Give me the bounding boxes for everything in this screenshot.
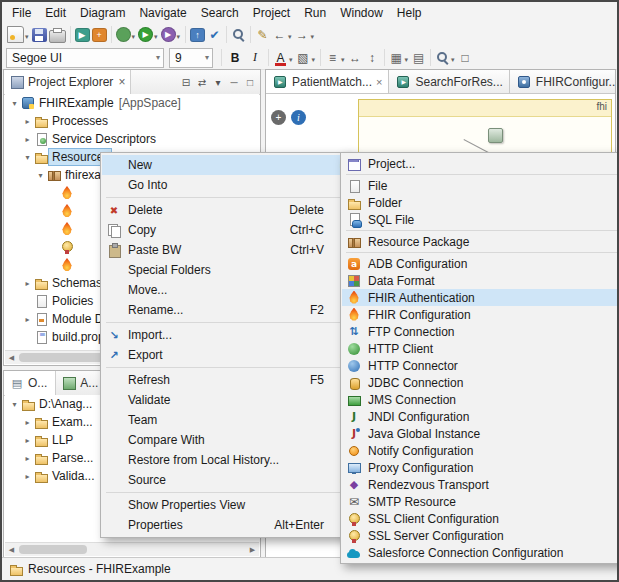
menu-item-jdbc-connection[interactable]: JDBC Connection bbox=[342, 374, 619, 391]
menu-run[interactable]: Run bbox=[297, 4, 333, 22]
menu-item-resource-package[interactable]: Resource Package bbox=[342, 233, 619, 250]
horizontal-scrollbar[interactable]: ◀ ▶ bbox=[5, 542, 259, 556]
menu-help[interactable]: Help bbox=[390, 4, 429, 22]
tree-item-service-descriptors[interactable]: ▸Service Descriptors bbox=[5, 130, 259, 148]
collapse-all-icon[interactable]: ⊟ bbox=[179, 77, 193, 88]
forward-icon[interactable]: → bbox=[295, 27, 310, 43]
menu-item-rename[interactable]: Rename...F2 bbox=[102, 300, 349, 320]
menu-project[interactable]: Project bbox=[246, 4, 297, 22]
menu-item-ssl-client-configuration[interactable]: SSL Client Configuration bbox=[342, 510, 619, 527]
menu-item-folder[interactable]: Folder bbox=[342, 194, 619, 211]
collapse-toggle-icon[interactable]: ▾ bbox=[9, 99, 20, 108]
menu-item-team[interactable]: Team▸ bbox=[102, 410, 349, 430]
expand-toggle-icon[interactable]: ▸ bbox=[22, 454, 33, 463]
expand-toggle-icon[interactable]: ▸ bbox=[22, 436, 33, 445]
menu-item-jms-connection[interactable]: JMS Connection bbox=[342, 391, 619, 408]
menu-item-special-folders[interactable]: Special Folders▸ bbox=[102, 260, 349, 280]
menu-item-sql-file[interactable]: SQL File bbox=[342, 211, 619, 228]
run-icon[interactable]: ▶ bbox=[138, 27, 153, 42]
scrollbar-track[interactable] bbox=[18, 543, 246, 556]
grid-dropdown-icon[interactable]: ▾ bbox=[405, 56, 409, 64]
italic-button[interactable]: I bbox=[246, 49, 264, 67]
profile-icon[interactable]: ▶ bbox=[161, 27, 176, 42]
menu-item-ftp-connection[interactable]: FTP Connection bbox=[342, 323, 619, 340]
zoom-dropdown-icon[interactable]: ▾ bbox=[451, 56, 455, 64]
menu-item-copy[interactable]: CopyCtrl+C bbox=[102, 220, 349, 240]
scroll-right-icon[interactable]: ▶ bbox=[246, 546, 259, 554]
save-icon[interactable] bbox=[32, 28, 47, 42]
menu-item-restore-from-local-history[interactable]: Restore from Local History... bbox=[102, 450, 349, 470]
diagram-node[interactable] bbox=[488, 128, 503, 143]
menu-item-http-client[interactable]: HTTP Client bbox=[342, 340, 619, 357]
link-with-editor-icon[interactable]: ⇄ bbox=[195, 77, 209, 88]
tab-project-explorer[interactable]: Project Explorer × bbox=[4, 70, 131, 94]
view-menu-icon[interactable]: ▾ bbox=[211, 77, 225, 88]
menu-item-delete[interactable]: DeleteDelete bbox=[102, 200, 349, 220]
new-wizard-dropdown-icon[interactable]: ▾ bbox=[25, 33, 29, 41]
zoom-tool-icon[interactable]: + bbox=[271, 110, 286, 125]
menu-edit[interactable]: Edit bbox=[38, 4, 73, 22]
menu-search[interactable]: Search bbox=[194, 4, 246, 22]
menu-item-paste-bw[interactable]: Paste BWCtrl+V bbox=[102, 240, 349, 260]
menu-item-file[interactable]: File bbox=[342, 177, 619, 194]
fill-color-dropdown-icon[interactable]: ▾ bbox=[312, 56, 316, 64]
font-color-dropdown-icon[interactable]: ▾ bbox=[289, 56, 293, 64]
distribute-h-icon[interactable]: ↔ bbox=[348, 50, 363, 66]
menu-item-new[interactable]: New▸ bbox=[102, 155, 349, 175]
menu-file[interactable]: File bbox=[5, 4, 38, 22]
menu-item-notify-configuration[interactable]: Notify Configuration bbox=[342, 442, 619, 459]
menu-item-ssl-server-configuration[interactable]: SSL Server Configuration bbox=[342, 527, 619, 544]
menu-item-proxy-configuration[interactable]: Proxy Configuration bbox=[342, 459, 619, 476]
font-size-select[interactable]: 9 ▾ bbox=[169, 48, 213, 68]
new-wizard-icon[interactable] bbox=[7, 26, 24, 43]
scroll-left-icon[interactable]: ◀ bbox=[5, 354, 18, 362]
menu-item-rendezvous-transport[interactable]: Rendezvous Transport bbox=[342, 476, 619, 493]
font-color-icon[interactable]: A bbox=[273, 50, 288, 66]
menu-item-smtp-resource[interactable]: SMTP Resource bbox=[342, 493, 619, 510]
expand-toggle-icon[interactable]: ▸ bbox=[22, 279, 33, 288]
menu-item-go-into[interactable]: Go Into bbox=[102, 175, 349, 195]
editor-tab-fhirconfigur[interactable]: FHIRConfigur... bbox=[510, 70, 615, 93]
back-dropdown-icon[interactable]: ▾ bbox=[288, 33, 292, 41]
menu-item-fhir-authentication[interactable]: FHIR Authentication bbox=[342, 289, 619, 306]
menu-diagram[interactable]: Diagram bbox=[73, 4, 132, 22]
menu-item-show-properties-view[interactable]: Show Properties View bbox=[102, 495, 349, 515]
menu-item-validate[interactable]: Validate bbox=[102, 390, 349, 410]
menu-item-refresh[interactable]: RefreshF5 bbox=[102, 370, 349, 390]
bold-button[interactable]: B bbox=[226, 49, 244, 67]
info-icon[interactable]: i bbox=[291, 110, 306, 125]
menu-item-export[interactable]: Export▸ bbox=[102, 345, 349, 365]
last-edit-icon[interactable]: ✎ bbox=[255, 27, 270, 43]
debug-icon[interactable] bbox=[116, 27, 131, 42]
menu-item-adb-configuration[interactable]: ADB Configuration bbox=[342, 255, 619, 272]
expand-toggle-icon[interactable]: ▸ bbox=[22, 117, 33, 126]
collapse-toggle-icon[interactable]: ▾ bbox=[35, 171, 46, 180]
scrollbar-thumb[interactable] bbox=[19, 353, 110, 362]
expand-toggle-icon[interactable]: ▸ bbox=[22, 472, 33, 481]
minimize-icon[interactable]: ─ bbox=[227, 77, 241, 88]
menu-item-properties[interactable]: PropertiesAlt+Enter bbox=[102, 515, 349, 535]
tree-item-processes[interactable]: ▸Processes bbox=[5, 112, 259, 130]
expand-toggle-icon[interactable]: ▸ bbox=[22, 418, 33, 427]
menu-item-project[interactable]: Project... bbox=[342, 155, 619, 172]
run-dropdown-icon[interactable]: ▾ bbox=[154, 33, 158, 41]
forward-dropdown-icon[interactable]: ▾ bbox=[311, 33, 315, 41]
profile-dropdown-icon[interactable]: ▾ bbox=[177, 33, 181, 41]
fill-color-icon[interactable]: ▧ bbox=[296, 50, 311, 66]
menu-navigate[interactable]: Navigate bbox=[132, 4, 193, 22]
editor-tab-patientmatch[interactable]: PatientMatch...× bbox=[266, 70, 389, 93]
menu-item-salesforce-connection-configuration[interactable]: Salesforce Connection Configuration bbox=[342, 544, 619, 561]
close-icon[interactable]: × bbox=[376, 76, 382, 88]
menu-item-import[interactable]: Import... bbox=[102, 325, 349, 345]
editor-tab-searchforres[interactable]: SearchForRes... bbox=[389, 70, 509, 93]
collapse-toggle-icon[interactable]: ▾ bbox=[22, 153, 33, 162]
menu-item-data-format[interactable]: Data Format bbox=[342, 272, 619, 289]
collapse-toggle-icon[interactable]: ▾ bbox=[9, 400, 20, 409]
distribute-v-icon[interactable]: ↕ bbox=[365, 50, 380, 66]
menu-item-http-connector[interactable]: HTTP Connector bbox=[342, 357, 619, 374]
new-process-icon[interactable]: ▶ bbox=[75, 28, 90, 42]
menu-item-fhir-configuration[interactable]: FHIR Configuration bbox=[342, 306, 619, 323]
menu-item-compare-with[interactable]: Compare With▸ bbox=[102, 430, 349, 450]
deploy-icon[interactable]: ↑ bbox=[190, 28, 205, 42]
align-icon[interactable]: ≡ bbox=[325, 50, 340, 66]
